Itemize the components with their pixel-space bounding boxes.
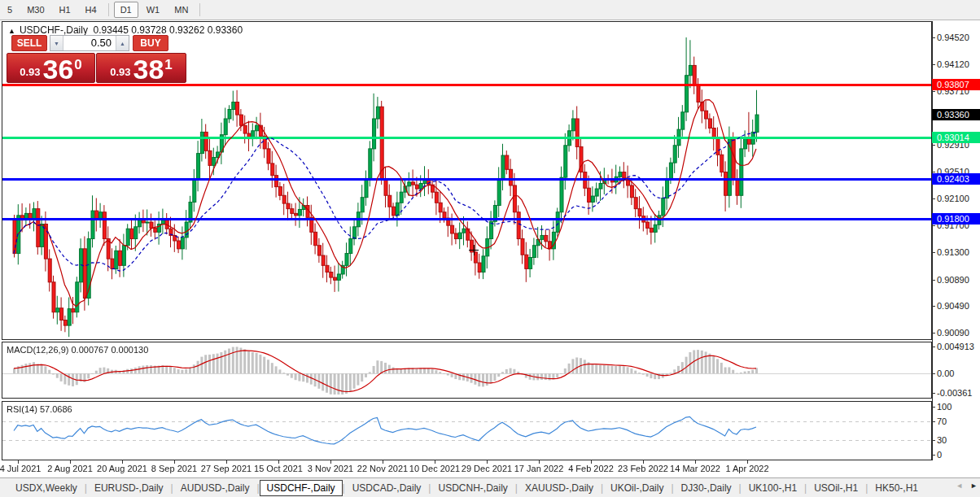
date-axis-label: 27 Sep 2021 <box>200 464 252 473</box>
sell-price-pip: 0 <box>74 59 81 71</box>
tab-hk50h1[interactable]: HK50-,H1 <box>868 480 925 496</box>
trading-platform-window: 5M30H1H4D1W1MN ▲USDCHF-,Daily 0.93445 0.… <box>0 0 980 497</box>
tab-ukoildaily[interactable]: UKOil-,Daily <box>603 480 671 496</box>
axis-tick <box>932 440 935 441</box>
date-axis-label: 3 Nov 2021 <box>304 464 357 473</box>
price-axis-label: 0.90090 <box>937 328 969 338</box>
axis-tick <box>932 333 935 334</box>
period-button-m30[interactable]: M30 <box>20 2 50 18</box>
date-axis-label: 20 Aug 2021 <box>96 464 148 473</box>
buy-price-box[interactable]: 0.93 38 1 <box>96 53 186 83</box>
tab-usdchfdaily[interactable]: USDCHF-,Daily <box>260 480 343 496</box>
axis-tick <box>932 455 935 456</box>
period-button-h4[interactable]: H4 <box>79 2 103 18</box>
collapse-arrow-icon[interactable]: ▲ <box>8 27 15 35</box>
hline-price-chip: 0.93807 <box>932 79 980 90</box>
axis-tick <box>932 37 935 38</box>
rsi-chart-canvas[interactable] <box>2 402 931 458</box>
chart-ohlc-values: 0.93445 0.93728 0.93262 0.93360 <box>94 24 243 36</box>
rsi-axis-label: 100 <box>937 402 952 412</box>
toolbar-separator <box>108 3 109 16</box>
macd-axis-label: 0.004913 <box>937 342 974 351</box>
date-axis-label: 15 Oct 2021 <box>252 464 304 473</box>
rsi-axis-label: 0 <box>937 450 942 460</box>
tab-usdcnhdaily[interactable]: USDCNH-,Daily <box>431 480 514 496</box>
tab-audusddaily[interactable]: AUDUSD-,Daily <box>173 480 257 496</box>
axis-tick <box>932 421 935 422</box>
macd-label: MACD(12,26,9) 0.000767 0.000130 <box>7 345 148 355</box>
sell-price-prefix: 0.93 <box>20 66 40 78</box>
sell-price-digits: 36 <box>43 58 74 81</box>
price-axis-label: 0.90890 <box>937 275 969 285</box>
axis-tick <box>932 252 935 253</box>
macd-axis-label: -0.00361 <box>937 388 972 398</box>
tab-usdcaddaily[interactable]: USDCAD-,Daily <box>345 480 429 496</box>
axis-tick <box>932 347 935 347</box>
hline-price-chip: 0.93014 <box>932 132 980 143</box>
date-axis-label: 1 Apr 2022 <box>721 464 773 473</box>
symbol-tabbar: USDX,Weekly|EURUSD-,Daily|AUDUSD-,Daily|… <box>0 477 980 497</box>
tab-usdxweekly[interactable]: USDX,Weekly <box>8 480 85 496</box>
date-axis-label: 8 Sep 2021 <box>148 464 200 473</box>
price-axis-label: 0.94120 <box>937 59 969 69</box>
axis-tick <box>932 198 935 199</box>
volume-input[interactable]: 0.50 <box>63 36 116 50</box>
tabs-scroll-left-icon[interactable]: ◄ <box>956 482 963 490</box>
date-axis-label: 10 Dec 2021 <box>409 464 461 473</box>
tab-xauusddaily[interactable]: XAUUSD-,Daily <box>518 480 601 496</box>
period-button-mn[interactable]: MN <box>168 2 195 18</box>
axis-tick <box>932 407 935 408</box>
axis-tick <box>932 145 935 146</box>
volume-increase-button[interactable]: ▲ <box>116 36 129 50</box>
price-axis-label: 0.92100 <box>937 194 969 203</box>
date-axis-label: 22 Nov 2021 <box>357 464 409 473</box>
axis-tick <box>932 280 935 281</box>
axis-tick <box>932 393 935 394</box>
axis-tick <box>932 306 935 307</box>
tab-uk100h1[interactable]: UK100-,H1 <box>742 480 804 496</box>
buy-price-digits: 38 <box>133 58 164 81</box>
date-axis-label: 17 Jan 2022 <box>513 464 565 473</box>
axis-tick <box>932 225 935 226</box>
volume-spinner: ▼ 0.50 ▲ <box>50 35 129 51</box>
tab-dj30daily[interactable]: DJ30-,Daily <box>674 480 739 496</box>
axis-tick <box>932 373 935 374</box>
volume-decrease-button[interactable]: ▼ <box>50 36 63 50</box>
date-axis-label: 14 Jul 2021 <box>0 464 44 473</box>
price-axis-label: 0.91300 <box>937 247 969 257</box>
date-axis-label: 2 Aug 2021 <box>44 464 96 473</box>
period-button-w1[interactable]: W1 <box>140 2 167 18</box>
buy-price-pip: 1 <box>164 59 172 71</box>
axis-tick <box>932 91 935 92</box>
date-axis-label: 14 Mar 2022 <box>669 464 721 473</box>
rsi-axis-label: 30 <box>937 435 947 445</box>
date-axis-label: 29 Dec 2021 <box>461 464 513 473</box>
chart-symbol-label: USDCHF-,Daily <box>20 24 88 36</box>
current-price-chip: 0.93360 <box>932 109 980 120</box>
timeframe-toolbar: 5M30H1H4D1W1MN <box>0 0 980 20</box>
tab-scroll-arrows: ◄► <box>956 482 978 490</box>
price-axis-label: 0.90490 <box>937 301 969 311</box>
buy-button[interactable]: BUY <box>133 35 168 51</box>
tab-usoilh1[interactable]: USOil-,H1 <box>807 480 865 496</box>
tab-eurusddaily[interactable]: EURUSD-,Daily <box>87 480 171 496</box>
date-axis-label: 4 Feb 2022 <box>565 464 617 473</box>
period-button-h1[interactable]: H1 <box>53 2 77 18</box>
period-button-d1[interactable]: D1 <box>114 2 138 18</box>
sell-button[interactable]: SELL <box>11 35 47 51</box>
sell-price-box[interactable]: 0.93 36 0 <box>7 53 95 83</box>
buy-price-prefix: 0.93 <box>110 66 130 78</box>
toolbar-separator <box>199 3 200 16</box>
rsi-label: RSI(14) 57.0686 <box>7 404 72 414</box>
rsi-axis-label: 70 <box>937 416 947 426</box>
price-axis-label: 0.94520 <box>937 33 969 42</box>
date-axis-label: 23 Feb 2022 <box>617 464 669 473</box>
chart-title: ▲USDCHF-,Daily 0.93445 0.93728 0.93262 0… <box>8 24 243 36</box>
hline-price-chip: 0.91800 <box>932 213 980 225</box>
hline-price-chip: 0.92403 <box>932 173 980 185</box>
macd-axis-label: 0.00 <box>937 368 954 378</box>
axis-tick <box>932 64 935 65</box>
period-button-5[interactable]: 5 <box>1 2 19 18</box>
tabs-scroll-right-icon[interactable]: ► <box>970 482 978 490</box>
